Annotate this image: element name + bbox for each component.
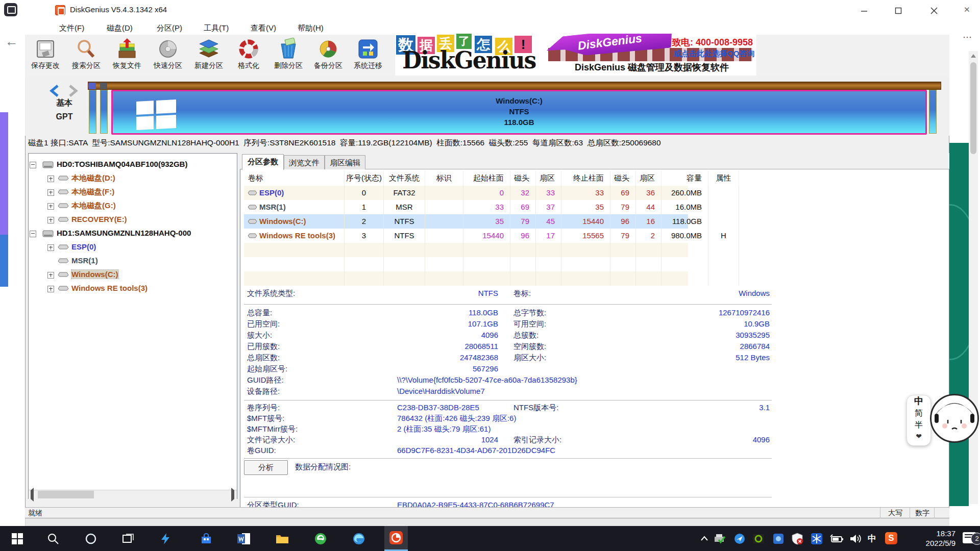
tree-item-hd1[interactable]: HD1:SAMSUNGMZNLN128HAHQ-000 bbox=[28, 227, 236, 241]
toolbar-format[interactable]: 格式化 bbox=[229, 37, 268, 76]
menu-partition[interactable]: 分区(P) bbox=[154, 22, 185, 34]
scrollbar-thumb[interactable] bbox=[38, 491, 94, 498]
tree-item-esp[interactable]: ESP(0) bbox=[28, 241, 236, 255]
toolbar-delete-partition[interactable]: 删除分区 bbox=[268, 37, 308, 76]
minimize-button[interactable] bbox=[849, 0, 878, 20]
expand-icon[interactable] bbox=[47, 176, 54, 182]
toolbar-backup-partition[interactable]: 备份分区 bbox=[308, 37, 348, 76]
chevron-right-icon[interactable] bbox=[66, 85, 79, 97]
tree-item-disk-d[interactable]: 本地磁盘(D:) bbox=[28, 172, 236, 186]
word-button[interactable] bbox=[232, 526, 256, 551]
expand-icon[interactable] bbox=[47, 189, 54, 196]
tree-item-msr[interactable]: MSR(1) bbox=[28, 255, 236, 268]
maximize-button[interactable] bbox=[884, 0, 912, 20]
scroll-left-button[interactable] bbox=[29, 490, 37, 499]
collapse-icon[interactable] bbox=[30, 162, 36, 168]
more-options-icon[interactable]: ⋯ bbox=[963, 32, 972, 43]
tab-browse-files[interactable]: 浏览文件 bbox=[284, 155, 325, 169]
cortana-button[interactable] bbox=[79, 526, 103, 551]
col-attributes[interactable]: 属性 bbox=[708, 170, 739, 186]
tree-item-hd0[interactable]: HD0:TOSHIBAMQ04ABF100(932GB) bbox=[28, 158, 236, 172]
scrollbar-thumb[interactable] bbox=[970, 62, 976, 154]
ime-width-mode[interactable]: 半 bbox=[907, 419, 930, 431]
tree-item-disk-f[interactable]: 本地磁盘(F:) bbox=[28, 186, 236, 199]
menu-help[interactable]: 帮助(H) bbox=[295, 22, 327, 34]
background-close-icon[interactable]: ✕ bbox=[964, 5, 970, 14]
col-end-sector[interactable]: 扇区 bbox=[636, 170, 662, 186]
expand-icon[interactable] bbox=[47, 286, 54, 292]
ime-floating-widget[interactable]: 中 简 半 ❤ bbox=[906, 394, 980, 446]
msr-partition-block[interactable] bbox=[100, 90, 108, 134]
toolbar-quick-partition[interactable]: 快速分区 bbox=[148, 37, 188, 76]
menu-file[interactable]: 文件(F) bbox=[56, 22, 87, 34]
table-row-msr[interactable]: MSR(1) 1 MSR 33 69 37 35 79 44 16.0MB bbox=[244, 200, 688, 214]
tray-battery-icon[interactable] bbox=[830, 533, 842, 545]
scroll-up-icon[interactable] bbox=[971, 54, 976, 58]
chevron-left-icon[interactable] bbox=[48, 85, 62, 97]
tree-item-windows-c[interactable]: Windows(C:) bbox=[28, 268, 236, 282]
analyze-button[interactable]: 分析 bbox=[244, 460, 288, 475]
diskgenius-taskbar-button[interactable] bbox=[384, 526, 408, 551]
esp-partition-block[interactable] bbox=[89, 90, 96, 134]
tray-bird-icon[interactable] bbox=[733, 533, 746, 545]
tray-printer-check-icon[interactable] bbox=[714, 533, 726, 545]
expand-icon[interactable] bbox=[47, 203, 54, 210]
col-volume-label[interactable]: 卷标 bbox=[244, 170, 345, 186]
green-browser-button[interactable] bbox=[309, 526, 332, 551]
heart-icon[interactable]: ❤ bbox=[907, 431, 930, 442]
tray-snowflake-icon[interactable] bbox=[811, 533, 823, 545]
winre-partition-block[interactable] bbox=[929, 90, 937, 134]
menu-tools[interactable]: 工具(T) bbox=[201, 22, 232, 34]
toolbar-system-migrate[interactable]: 系统迁移 bbox=[348, 37, 388, 76]
task-view-button[interactable] bbox=[116, 526, 140, 551]
sogou-tray-icon[interactable]: S bbox=[885, 532, 897, 544]
tray-chevron-up-icon[interactable] bbox=[698, 533, 710, 545]
start-button[interactable] bbox=[6, 526, 29, 551]
taskbar-clock[interactable]: 18:37 2022/5/9 bbox=[902, 529, 955, 548]
ime-mode-pill[interactable]: 中 简 半 ❤ bbox=[906, 395, 931, 446]
toolbar-save-changes[interactable]: 保存更改 bbox=[26, 37, 65, 76]
col-end-head[interactable]: 磁头 bbox=[610, 170, 636, 186]
table-row-windows-re[interactable]: Windows RE tools(3) 3 NTFS 15440 96 17 1… bbox=[244, 229, 688, 243]
ime-skin-avatar[interactable] bbox=[930, 394, 979, 443]
toolbar-search-partition[interactable]: 搜索分区 bbox=[66, 37, 106, 76]
expand-icon[interactable] bbox=[47, 244, 54, 251]
menu-view[interactable]: 查看(V) bbox=[248, 22, 279, 34]
microsoft-store-button[interactable] bbox=[194, 526, 218, 551]
browser-tab-icon[interactable] bbox=[4, 3, 17, 16]
tray-volume-icon[interactable] bbox=[849, 533, 862, 545]
scroll-right-button[interactable] bbox=[228, 490, 237, 499]
windows-c-partition-block[interactable]: Windows(C:) NTFS 118.0GB bbox=[111, 90, 927, 135]
ime-lang-mode[interactable]: 中 bbox=[907, 395, 930, 407]
table-row-esp[interactable]: ESP(0) 0 FAT32 0 32 33 33 69 36 260.0MB bbox=[244, 186, 688, 200]
toolbar-new-partition[interactable]: 新建分区 bbox=[189, 37, 229, 76]
file-explorer-button[interactable] bbox=[271, 526, 294, 551]
tab-sector-edit[interactable]: 扇区编辑 bbox=[325, 155, 365, 169]
col-flag[interactable]: 标识 bbox=[425, 170, 463, 186]
menu-disk[interactable]: 磁盘(D) bbox=[104, 22, 136, 34]
col-filesystem[interactable]: 文件系统 bbox=[384, 170, 425, 186]
tree-item-recovery-e[interactable]: RECOVERY(E:) bbox=[28, 213, 236, 227]
expand-icon[interactable] bbox=[47, 217, 54, 223]
tray-security-shield-icon[interactable] bbox=[791, 533, 803, 545]
tree-item-windows-re[interactable]: Windows RE tools(3) bbox=[28, 282, 236, 296]
ime-simplified-mode[interactable]: 简 bbox=[907, 407, 930, 419]
tray-intel-graphics-icon[interactable] bbox=[772, 533, 785, 545]
col-index-status[interactable]: 序号(状态) bbox=[345, 170, 384, 186]
tray-nvidia-icon[interactable] bbox=[752, 533, 765, 545]
back-arrow-icon[interactable]: ← bbox=[5, 34, 18, 49]
tree-item-disk-g[interactable]: 本地磁盘(G:) bbox=[28, 199, 236, 213]
close-button[interactable] bbox=[919, 0, 948, 20]
tree-horizontal-scrollbar[interactable] bbox=[29, 490, 237, 499]
ime-indicator[interactable]: 中 bbox=[868, 533, 876, 544]
col-start-cylinder[interactable]: 起始柱面 bbox=[463, 170, 510, 186]
app-pinned-1[interactable] bbox=[154, 526, 177, 551]
table-row-windows-c[interactable]: Windows(C:) 2 NTFS 35 79 45 15440 96 16 … bbox=[244, 214, 688, 229]
ad-banner[interactable]: 数 据 丢 了 怎 么 ! DiskGenius DiskGenius 致电: … bbox=[395, 34, 756, 76]
banner-qq-link[interactable]: 或点击此处选择QQ咨询 bbox=[674, 49, 754, 59]
col-end-cylinder[interactable]: 终止柱面 bbox=[561, 170, 610, 186]
col-start-head[interactable]: 磁头 bbox=[510, 170, 536, 186]
collapse-icon[interactable] bbox=[30, 231, 36, 237]
edge-button[interactable] bbox=[347, 526, 371, 551]
toolbar-recover-files[interactable]: 恢复文件 bbox=[107, 37, 147, 76]
